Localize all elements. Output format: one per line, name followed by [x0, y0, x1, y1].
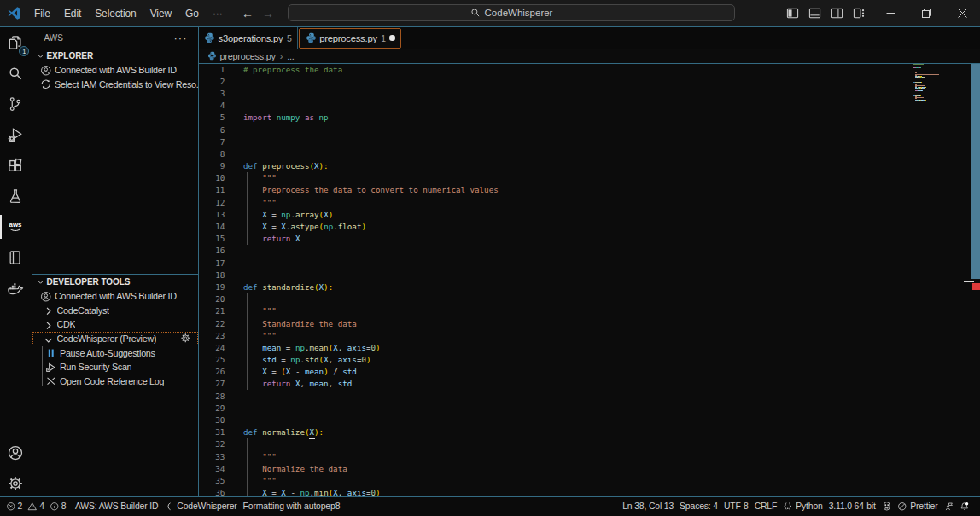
activity-explorer[interactable]: 1: [0, 27, 31, 58]
line-number: 15: [199, 234, 225, 243]
sidebar-section-developer-tools: DEVELOPER TOOLSConnected with AWS Builde…: [32, 274, 198, 496]
forward-arrow-icon[interactable]: →: [262, 7, 274, 20]
tree-item-pause-auto-suggestions[interactable]: Pause Auto-Suggestions: [32, 345, 198, 360]
tree-item-select-iam-credentials-to-view-reso[interactable]: Select IAM Credentials to View Reso...: [32, 78, 198, 92]
sidebar-section-explorer: EXPLORERConnected with AWS Builder IDSel…: [32, 49, 198, 274]
status-problems[interactable]: 248: [3, 497, 72, 516]
menu-go[interactable]: Go: [178, 4, 206, 23]
section-header-explorer[interactable]: EXPLORER: [32, 49, 198, 63]
status-cursor-position[interactable]: Ln 38, Col 13: [620, 497, 677, 516]
code-line-29: 29: [199, 402, 980, 414]
menu-view[interactable]: View: [143, 4, 178, 23]
status-encoding[interactable]: UTF-8: [720, 497, 751, 516]
aws-icon: aws: [7, 218, 24, 235]
breadcrumb-symbol[interactable]: ...: [287, 51, 294, 61]
tree-item-connected-with-aws-builder-id[interactable]: Connected with AWS Builder ID: [32, 63, 198, 78]
activity-extensions[interactable]: [0, 150, 31, 181]
menu-edit[interactable]: Edit: [57, 4, 88, 23]
line-number: 12: [199, 198, 225, 207]
status-label: CRLF: [755, 502, 778, 511]
line-number: 23: [199, 331, 225, 340]
status-prettier[interactable]: Prettier: [895, 497, 941, 516]
line-number: 36: [199, 488, 225, 496]
activity-search[interactable]: [0, 58, 31, 89]
status-interpreter[interactable]: 3.11.0 64-bit: [825, 497, 878, 516]
back-arrow-icon[interactable]: ←: [242, 7, 254, 20]
sidebar-more-actions-icon[interactable]: ···: [174, 32, 188, 44]
status-codewhisperer[interactable]: CodeWhisperer: [161, 497, 240, 516]
scrollbar-thumb[interactable]: [971, 64, 980, 279]
tab-preprocess-py[interactable]: preprocess.py1: [299, 28, 401, 49]
tab-problems-badge: 1: [381, 33, 386, 43]
status-language[interactable]: Python: [780, 497, 825, 516]
modified-dot-icon[interactable]: [389, 35, 395, 41]
tree-item-codewhisperer-preview[interactable]: CodeWhisperer (Preview): [32, 332, 198, 346]
restore-button[interactable]: [908, 0, 944, 26]
activity-badge: 1: [19, 46, 29, 56]
line-number: 30: [199, 415, 225, 425]
activity-accounts[interactable]: [0, 438, 31, 468]
line-number: 13: [199, 210, 225, 219]
code-line-1: 1# preprocess the data: [199, 64, 980, 76]
close-button[interactable]: [944, 0, 980, 26]
warning-icon: [27, 502, 38, 512]
customize-layout-icon[interactable]: [853, 7, 866, 20]
tree-item-action[interactable]: [180, 333, 191, 345]
breadcrumb-file[interactable]: preprocess.py: [220, 51, 276, 61]
activity-testing[interactable]: [0, 181, 31, 212]
section-header-developer-tools[interactable]: DEVELOPER TOOLS: [32, 275, 198, 289]
status-formatting[interactable]: Formatting with autopep8: [240, 497, 343, 516]
status-robot[interactable]: [878, 497, 895, 516]
activity-docker[interactable]: [0, 273, 31, 304]
toggle-secondary-sidebar-icon[interactable]: [831, 7, 843, 20]
line-number: 35: [199, 476, 225, 485]
tab-bar: s3operations.py5preprocess.py1: [199, 27, 980, 49]
code-editor[interactable]: 1# preprocess the data2345import numpy a…: [199, 64, 980, 496]
line-number: 21: [199, 306, 225, 316]
code-line-25: 25 std = np.std(X, axis=0): [199, 354, 980, 366]
menu-selection[interactable]: Selection: [88, 4, 143, 23]
tree-item-codecatalyst[interactable]: CodeCatalyst: [32, 304, 198, 318]
status-eol[interactable]: CRLF: [751, 497, 780, 516]
status-bar: 248AWS: AWS Builder IDCodeWhispererForma…: [0, 496, 980, 516]
activity-source-control[interactable]: [0, 89, 31, 119]
toggle-panel-icon[interactable]: [808, 7, 821, 20]
line-number: 33: [199, 452, 225, 461]
line-number: 24: [199, 343, 225, 352]
tab-s3operations-py[interactable]: s3operations.py5: [199, 27, 299, 49]
status-indentation[interactable]: Spaces: 4: [677, 497, 721, 516]
code-ref-icon: [45, 375, 57, 387]
code-line-5: 5import numpy as np: [199, 112, 980, 124]
status-label: Ln 38, Col 13: [622, 502, 674, 511]
vscode-logo: [7, 6, 21, 20]
menu-file[interactable]: File: [27, 4, 57, 23]
activity-run-debug[interactable]: [0, 119, 31, 150]
tree-item-connected-with-aws-builder-id[interactable]: Connected with AWS Builder ID: [32, 289, 198, 304]
line-number: 22: [199, 319, 225, 328]
problem-count: 2: [18, 502, 23, 511]
status-notifications[interactable]: [957, 497, 973, 516]
tree-item-open-code-reference-log[interactable]: Open Code Reference Log: [32, 374, 198, 389]
activity-settings[interactable]: [0, 468, 31, 499]
command-center[interactable]: CodeWhisperer: [288, 4, 735, 21]
editor-scrollbar[interactable]: [971, 64, 980, 496]
code-line-14: 14 X = X.astype(np.float): [199, 220, 980, 232]
search-icon: [470, 8, 481, 18]
activity-aws[interactable]: aws: [0, 212, 31, 242]
status-aws-auth[interactable]: AWS: AWS Builder ID: [72, 497, 160, 516]
tree-item-run-security-scan[interactable]: Run Security Scan: [32, 360, 198, 374]
minimize-button[interactable]: [872, 0, 908, 26]
toggle-sidebar-icon[interactable]: [786, 7, 799, 20]
extensions-icon: [7, 157, 24, 174]
code-line-22: 22 Standardize the data: [199, 317, 980, 329]
activity-notebook[interactable]: [0, 242, 31, 273]
python-icon: [306, 32, 317, 43]
tree-item-cdk[interactable]: CDK: [32, 317, 198, 332]
command-center-text: CodeWhisperer: [485, 8, 553, 18]
breadcrumb[interactable]: preprocess.py › ...: [199, 49, 980, 64]
menu-more[interactable]: ···: [206, 4, 230, 23]
line-number: 5: [199, 113, 225, 122]
status-feedback[interactable]: [941, 497, 957, 516]
editor-group: s3operations.py5preprocess.py1 preproces…: [199, 27, 980, 496]
code-line-2: 2: [199, 75, 980, 87]
